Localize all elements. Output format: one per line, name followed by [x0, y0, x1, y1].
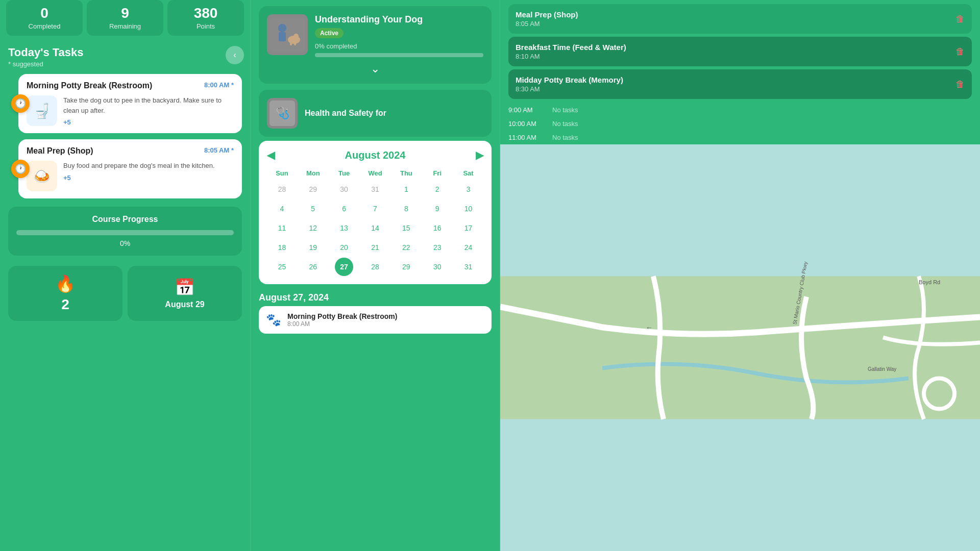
cal-day[interactable]: 18 — [273, 238, 291, 257]
course-thumbnail-1 — [267, 14, 308, 55]
remaining-stat: 9 Remaining — [87, 0, 163, 36]
course-inner-1: Understanding Your Dog Active 0% complet… — [267, 14, 483, 57]
schedule-item-time-1: 8:10 AM — [516, 53, 626, 60]
mini-task-card[interactable]: 🐾 Morning Potty Break (Restroom) 8:00 AM — [259, 306, 492, 334]
svg-rect-5 — [290, 41, 292, 45]
time-slot-label-1: 10:00 AM — [508, 120, 544, 128]
cal-day[interactable]: 25 — [273, 258, 291, 276]
cal-day[interactable]: 21 — [366, 238, 384, 257]
cal-day[interactable]: 28 — [273, 180, 291, 198]
cal-day[interactable]: 9 — [428, 199, 447, 218]
svg-text:Gallatin Way: Gallatin Way — [868, 366, 896, 372]
task-time-2: 8:05 AM * — [204, 146, 234, 154]
completed-stat: 0 Completed — [6, 0, 83, 36]
cal-day[interactable]: 5 — [304, 199, 322, 218]
course-info-1: Understanding Your Dog Active 0% complet… — [315, 14, 483, 57]
time-slot-label-2: 11:00 AM — [508, 134, 544, 141]
schedule-item-2[interactable]: Midday Potty Break (Memory) 8:30 AM 🗑 — [508, 69, 972, 99]
cal-day-today[interactable]: 27 — [335, 258, 353, 276]
task-clock-2: 🕐 — [11, 160, 30, 178]
cal-day[interactable]: 31 — [459, 258, 478, 276]
health-card[interactable]: 🩺 Health and Safety for — [259, 90, 492, 137]
task-desc-2: Buy food and prepare the dog's meal in t… — [63, 161, 234, 171]
calendar-next-button[interactable]: ▶ — [476, 149, 483, 161]
task-card-1[interactable]: 🕐 Morning Potty Break (Restroom) 8:00 AM… — [18, 74, 242, 133]
course-progress-bar-1 — [315, 53, 483, 57]
cal-day[interactable]: 29 — [397, 258, 415, 276]
cal-header-tue: Tue — [329, 167, 359, 179]
chevron-down-icon[interactable]: ⌄ — [267, 62, 483, 76]
svg-text:🩺: 🩺 — [276, 106, 290, 120]
schedule-item-info-2: Midday Potty Break (Memory) 8:30 AM — [516, 76, 623, 93]
cal-day[interactable]: 24 — [459, 238, 478, 257]
completed-number: 0 — [10, 5, 79, 21]
task-clock-1: 🕐 — [11, 94, 30, 113]
completed-label: Completed — [29, 22, 61, 30]
task-points-1: +5 — [63, 118, 234, 126]
schedule-item-title-1: Breakfast Time (Feed & Water) — [516, 43, 626, 52]
task-points-2: +5 — [63, 174, 234, 182]
task-card-2[interactable]: 🕐 Meal Prep (Shop) 8:05 AM * 🍛 Buy food … — [18, 139, 242, 198]
time-slot-0: 9:00 AM No tasks — [500, 103, 980, 117]
cal-day[interactable]: 16 — [428, 219, 447, 237]
cal-day[interactable]: 14 — [366, 219, 384, 237]
cal-day[interactable]: 22 — [397, 238, 415, 257]
cal-day[interactable]: 26 — [304, 258, 322, 276]
cal-day[interactable]: 30 — [335, 180, 353, 198]
calendar-icon: 📅 — [175, 278, 195, 297]
cal-day[interactable]: 10 — [459, 199, 478, 218]
cal-day[interactable]: 3 — [459, 180, 478, 198]
date-widget: 📅 August 29 — [128, 266, 242, 321]
schedule-item-1[interactable]: Breakfast Time (Feed & Water) 8:10 AM 🗑 — [508, 37, 972, 66]
cal-day[interactable]: 13 — [335, 219, 353, 237]
course-name-1: Understanding Your Dog — [315, 14, 483, 25]
schedule-item-time-0: 8:05 AM — [516, 20, 578, 28]
svg-text:Boyd Rd: Boyd Rd — [919, 279, 940, 285]
time-slot-content-0: No tasks — [552, 106, 578, 114]
task-body-2: 🍛 Buy food and prepare the dog's meal in… — [27, 161, 234, 191]
delete-button-1[interactable]: 🗑 — [955, 46, 965, 57]
mini-task-title: Morning Potty Break (Restroom) — [287, 312, 397, 320]
progress-percent: 0% — [16, 239, 234, 247]
task-header-2: Meal Prep (Shop) 8:05 AM * — [27, 146, 234, 156]
streak-value: 2 — [61, 296, 69, 313]
delete-button-2[interactable]: 🗑 — [955, 79, 965, 90]
cal-day[interactable]: 23 — [428, 238, 447, 257]
cal-day[interactable]: 12 — [304, 219, 322, 237]
cal-day[interactable]: 29 — [304, 180, 322, 198]
cal-day[interactable]: 6 — [335, 199, 353, 218]
streak-widget: 🔥 2 — [8, 266, 122, 321]
course-card-1[interactable]: Understanding Your Dog Active 0% complet… — [259, 6, 492, 84]
cal-day[interactable]: 19 — [304, 238, 322, 257]
task-title-1: Morning Potty Break (Restroom) — [27, 81, 152, 90]
delete-button-0[interactable]: 🗑 — [955, 14, 965, 24]
cal-day[interactable]: 28 — [366, 258, 384, 276]
task-icon-1: 🚽 — [27, 95, 57, 126]
time-slot-1: 10:00 AM No tasks — [500, 117, 980, 131]
schedule-list: Meal Prep (Shop) 8:05 AM 🗑 Breakfast Tim… — [500, 0, 980, 103]
collapse-button[interactable]: ‹ — [226, 46, 244, 64]
cal-day[interactable]: 15 — [397, 219, 415, 237]
time-slot-2: 11:00 AM No tasks — [500, 131, 980, 144]
cal-day[interactable]: 30 — [428, 258, 447, 276]
task-body-1: 🚽 Take the dog out to pee in the backyar… — [27, 95, 234, 126]
cal-header-sun: Sun — [267, 167, 297, 179]
course-progress-card: Course Progress 0% — [8, 207, 242, 256]
cal-day[interactable]: 20 — [335, 238, 353, 257]
cal-day[interactable]: 17 — [459, 219, 478, 237]
schedule-item-info-0: Meal Prep (Shop) 8:05 AM — [516, 10, 578, 28]
schedule-item-0[interactable]: Meal Prep (Shop) 8:05 AM 🗑 — [508, 4, 972, 34]
remaining-number: 9 — [91, 5, 159, 21]
stats-bar: 0 Completed 9 Remaining 380 Points — [0, 0, 250, 42]
cal-day[interactable]: 1 — [397, 180, 415, 198]
cal-day[interactable]: 7 — [366, 199, 384, 218]
svg-rect-2 — [279, 32, 286, 41]
cal-day[interactable]: 31 — [366, 180, 384, 198]
cal-day[interactable]: 8 — [397, 199, 415, 218]
cal-day[interactable]: 4 — [273, 199, 291, 218]
calendar-prev-button[interactable]: ◀ — [267, 149, 275, 161]
cal-day[interactable]: 2 — [428, 180, 447, 198]
cal-day[interactable]: 11 — [273, 219, 291, 237]
time-slot-label-0: 9:00 AM — [508, 106, 544, 114]
fire-icon: 🔥 — [55, 274, 76, 293]
